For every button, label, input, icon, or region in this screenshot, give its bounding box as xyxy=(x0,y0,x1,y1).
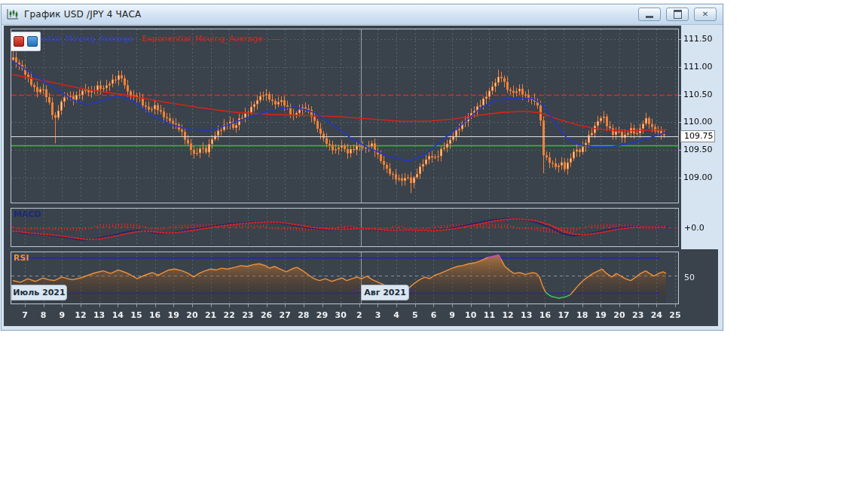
time-tick-label: 23 xyxy=(628,310,648,320)
time-tick-label: 16 xyxy=(535,310,555,320)
ema-legend-dashes: ----- xyxy=(263,34,286,44)
current-price-box: 109.75 xyxy=(680,130,715,142)
month-tab-july: Июль 2021 xyxy=(11,285,67,300)
time-tick-label: 29 xyxy=(313,310,332,320)
time-tick-label: 9 xyxy=(442,310,462,320)
time-tick-label: 16 xyxy=(145,310,165,320)
indicator-color-buttons xyxy=(11,32,41,51)
price-tick-label: 109.00 xyxy=(683,172,713,182)
macd-label: MACD xyxy=(14,209,41,219)
chart-window: График USD /JPY 4 ЧАСА ✕ ential_Moving_A… xyxy=(1,4,723,331)
time-tick-label: 24 xyxy=(646,310,666,320)
rsi-mid-label: 50 xyxy=(684,273,695,282)
time-tick-label: 26 xyxy=(257,310,277,320)
ema-legend-red: Exponential_Moving_Average xyxy=(142,34,263,44)
time-tick-label: 17 xyxy=(554,310,573,320)
time-tick-label: 14 xyxy=(108,310,127,320)
time-tick-label: 13 xyxy=(90,310,109,320)
time-tick-label: 22 xyxy=(219,310,239,320)
month-tab-august: Авг 2021 xyxy=(361,285,409,300)
time-tick-label: 28 xyxy=(294,310,313,320)
rsi-label: RSI xyxy=(14,253,29,263)
time-tick-label: 2 xyxy=(350,310,369,320)
time-tick-label: 25 xyxy=(665,310,685,320)
time-tick-label: 6 xyxy=(423,310,443,320)
time-tick-label: 30 xyxy=(331,310,350,320)
time-tick-label: 27 xyxy=(275,310,295,320)
time-tick-label: 12 xyxy=(71,310,90,320)
time-tick-label: 20 xyxy=(610,310,629,320)
time-tick-label: 19 xyxy=(591,310,610,320)
price-tick-label: 109.50 xyxy=(683,145,713,154)
time-tick-label: 10 xyxy=(461,310,481,320)
time-tick-label: 20 xyxy=(182,310,202,320)
time-tick-label: 12 xyxy=(498,310,518,320)
time-tick-label: 18 xyxy=(573,310,592,320)
ma-legend: ential_Moving_Average Exponential_Moving… xyxy=(38,34,286,44)
macd-zero-label: +0.0 xyxy=(684,223,704,233)
time-tick-label: 9 xyxy=(52,310,72,320)
blue-indicator-button[interactable] xyxy=(27,36,38,47)
time-tick-label: 7 xyxy=(15,310,35,320)
time-tick-label: 8 xyxy=(34,310,53,320)
time-tick-label: 19 xyxy=(164,310,183,320)
price-tick-label: 110.00 xyxy=(683,117,713,127)
time-tick-label: 11 xyxy=(479,310,499,320)
time-tick-label: 4 xyxy=(387,310,406,320)
price-tick-label: 110.50 xyxy=(683,90,713,99)
time-tick-label: 13 xyxy=(517,310,536,320)
time-tick-label: 23 xyxy=(238,310,258,320)
red-indicator-button[interactable] xyxy=(14,36,24,47)
time-tick-label: 15 xyxy=(127,310,146,320)
price-tick-label: 111.50 xyxy=(683,34,713,44)
time-tick-label: 3 xyxy=(368,310,387,320)
ema-legend-blue: ential_Moving_Average xyxy=(38,34,133,44)
chart-canvas[interactable] xyxy=(2,5,723,330)
time-tick-label: 5 xyxy=(405,310,425,320)
time-tick-label: 21 xyxy=(201,310,221,320)
price-tick-label: 111.00 xyxy=(683,62,713,72)
